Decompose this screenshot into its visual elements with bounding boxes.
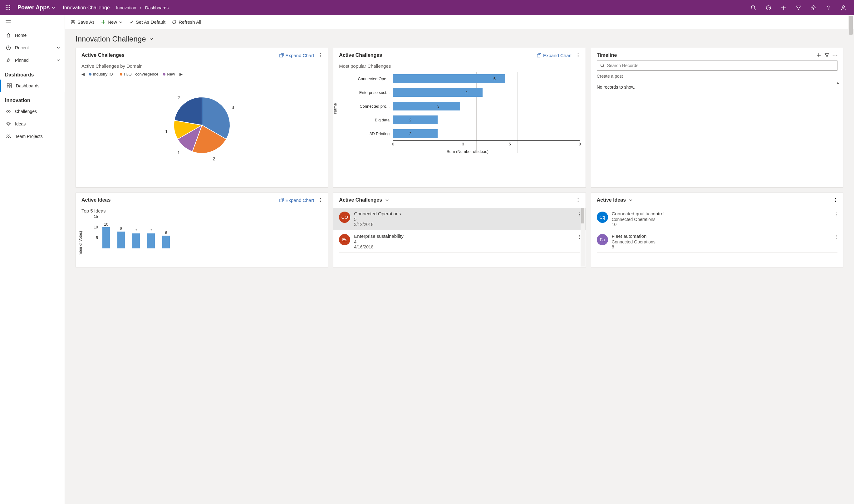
nav-item-recent[interactable]: Recent [0, 41, 65, 54]
nav-label: Ideas [15, 121, 25, 126]
crumb-sep-icon: › [140, 5, 141, 10]
chevron-down-icon[interactable] [56, 46, 60, 50]
command-bar: Save As New Set As Default Refresh All [65, 15, 854, 29]
new-button[interactable]: New [101, 19, 123, 25]
crumb-parent[interactable]: Innovation [116, 5, 137, 10]
list-item-more-icon[interactable] [579, 211, 580, 217]
list-item-more-icon[interactable] [836, 211, 837, 217]
list-scrollbar[interactable] [581, 208, 585, 267]
hamburger-icon[interactable] [0, 15, 65, 29]
card-active-challenges-bar: Active Challenges Expand Chart Most popu… [333, 48, 586, 187]
chevron-down-icon[interactable] [119, 20, 123, 24]
page-title-chevron-icon[interactable] [149, 37, 154, 41]
nav-item-ideas[interactable]: Ideas [0, 118, 65, 130]
card-timeline: Timeline Create a post No records to sho… [591, 48, 843, 187]
chart-subtitle: Most popular Challenges [339, 64, 580, 69]
svg-rect-5 [10, 7, 10, 8]
chevron-down-icon[interactable] [385, 198, 389, 202]
expand-label: Expand Chart [286, 198, 314, 203]
account-icon[interactable] [836, 0, 851, 15]
card-active-challenges-pie: Active Challenges Expand Chart Active Ch… [75, 48, 328, 187]
waffle-icon[interactable] [3, 3, 13, 13]
nav-item-dashboards[interactable]: Dashboards [0, 79, 65, 92]
vbar [117, 232, 125, 248]
svg-point-50 [579, 238, 579, 239]
assistant-icon[interactable] [761, 0, 776, 15]
svg-point-42 [577, 198, 579, 199]
help-icon[interactable] [821, 0, 836, 15]
list-item[interactable]: FaFleet automationConnected Operations8 [597, 230, 837, 253]
timeline-add-icon[interactable] [816, 53, 821, 58]
vbar [102, 227, 110, 248]
pie-chart[interactable]: 32112 [82, 78, 322, 172]
avatar: Fa [597, 234, 608, 245]
list-item-more-icon[interactable] [579, 233, 580, 239]
vbar-chart[interactable]: mber of Votes) 51015108776 [91, 217, 322, 254]
svg-point-11 [813, 7, 814, 8]
card-title: Active Ideas [82, 197, 110, 203]
svg-point-51 [835, 198, 836, 199]
list-item[interactable]: CqConnected quality controlConnected Ope… [597, 208, 837, 230]
hbar-category: 3D Printing [355, 131, 390, 136]
hbar-category: Connected Ope... [355, 76, 390, 81]
chevron-down-icon[interactable] [629, 198, 633, 202]
brand-chevron-icon[interactable] [52, 6, 55, 10]
hbar-value: 4 [465, 90, 467, 95]
card-more-icon[interactable] [318, 198, 322, 202]
nav-item-pinned[interactable]: Pinned [0, 54, 65, 67]
list-item-more-icon[interactable] [836, 233, 837, 239]
vbar-value: 8 [120, 227, 122, 231]
avatar: Cq [597, 212, 608, 223]
legend-prev-icon[interactable]: ◀ [82, 72, 85, 76]
search-icon[interactable] [746, 0, 761, 15]
add-icon[interactable] [776, 0, 791, 15]
timeline-more-icon[interactable] [833, 55, 837, 56]
timeline-filter-icon[interactable] [824, 53, 829, 58]
hbar-chart[interactable]: Name Connected Ope...5Enterprise sust...… [339, 72, 580, 154]
main-scrollbar[interactable] [848, 15, 853, 504]
left-nav: HomeRecentPinned Dashboards Dashboards I… [0, 15, 65, 504]
svg-point-52 [835, 200, 836, 201]
expand-chart-button[interactable]: Expand Chart [537, 53, 572, 58]
clock-icon [5, 44, 12, 51]
vbar [132, 233, 140, 248]
legend-next-icon[interactable]: ▶ [179, 72, 183, 76]
svg-rect-3 [6, 7, 6, 8]
scroll-up-icon[interactable] [836, 82, 839, 85]
card-more-icon[interactable] [576, 53, 580, 57]
dashboard-icon [6, 83, 13, 89]
list-item[interactable]: COConnected Operations53/12/2018 [333, 208, 585, 230]
svg-point-35 [835, 55, 836, 56]
timeline-search[interactable] [597, 60, 837, 71]
nav-item-challenges[interactable]: Challenges [0, 105, 65, 118]
set-default-button[interactable]: Set As Default [129, 19, 165, 25]
list-item[interactable]: EsEnterprise sustainability44/16/2018 [339, 230, 580, 253]
svg-point-59 [837, 238, 837, 239]
chart-subtitle: Top 5 Ideas [82, 208, 322, 214]
svg-point-36 [837, 55, 837, 56]
card-more-icon[interactable] [834, 198, 837, 202]
timeline-search-input[interactable] [607, 63, 834, 68]
nav-section-innovation: Innovation [0, 92, 65, 105]
nav-item-team-projects[interactable]: Team Projects [0, 130, 65, 143]
nav-label: Recent [15, 45, 29, 50]
vbar [162, 236, 170, 248]
legend-item: IT/OT convergence [124, 72, 159, 76]
expand-chart-button[interactable]: Expand Chart [279, 198, 314, 203]
svg-rect-8 [10, 9, 10, 10]
save-as-button[interactable]: Save As [71, 19, 94, 25]
hbar-category: Enterprise sust... [355, 90, 390, 95]
settings-icon[interactable] [806, 0, 821, 15]
card-active-challenges-list: Active Challenges COConnected Operations… [333, 193, 586, 267]
refresh-button[interactable]: Refresh All [172, 19, 201, 25]
card-active-ideas-list: Active Ideas CqConnected quality control… [591, 193, 843, 267]
expand-chart-button[interactable]: Expand Chart [279, 53, 314, 58]
svg-point-18 [6, 110, 8, 112]
nav-item-home[interactable]: Home [0, 29, 65, 41]
chevron-down-icon[interactable] [56, 58, 60, 62]
timeline-create-post[interactable]: Create a post [597, 74, 837, 79]
challenge-icon [5, 108, 12, 115]
card-more-icon[interactable] [576, 198, 580, 202]
card-more-icon[interactable] [318, 53, 322, 57]
filter-icon[interactable] [791, 0, 806, 15]
